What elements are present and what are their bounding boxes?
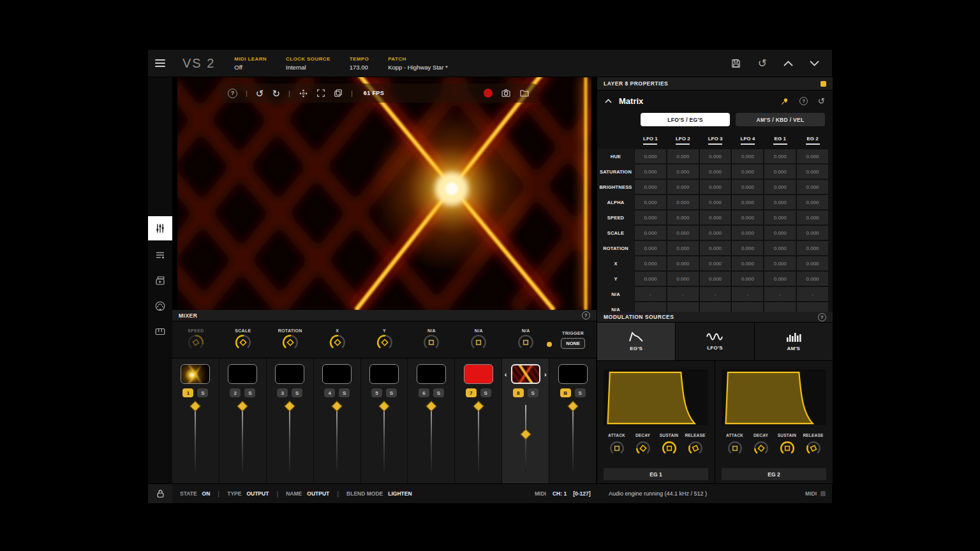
matrix-cell[interactable]: - (667, 287, 699, 301)
sidebar-item-midi[interactable] (148, 295, 172, 317)
fader-handle[interactable] (567, 401, 578, 412)
volume-fader-4[interactable] (314, 400, 360, 481)
mixer-knob-na-6[interactable]: N/A (455, 321, 502, 358)
matrix-cell[interactable]: 0.000 (635, 272, 666, 286)
mixer-knob-rotation-2[interactable]: ROTATION (267, 321, 314, 358)
fader-handle[interactable] (473, 401, 484, 412)
tab-ams-kbd-vel[interactable]: AM'S / KBD / VEL (736, 113, 825, 126)
eg-1-sustain-knob[interactable]: SUSTAIN (656, 433, 682, 457)
volume-fader-7[interactable] (455, 400, 501, 481)
matrix-cell[interactable]: 0.000 (700, 256, 731, 270)
volume-fader-5[interactable] (361, 400, 408, 481)
solo-button-6[interactable]: S (433, 388, 444, 397)
sidebar-item-mixer[interactable] (148, 216, 172, 240)
matrix-cell[interactable]: - (635, 287, 666, 301)
matrix-cell[interactable]: 0.000 (732, 210, 763, 224)
layer-thumbnail-4[interactable] (322, 364, 352, 384)
eg2-envelope-display[interactable] (722, 369, 826, 425)
matrix-cell[interactable]: 0.000 (797, 272, 828, 286)
layer-select-button-7[interactable]: 7 (466, 388, 477, 397)
matrix-cell[interactable]: 0.000 (732, 256, 763, 270)
patch-field[interactable]: PATCH Kopp - Highway Star * (388, 56, 447, 71)
mixer-knob-y-4[interactable]: Y (361, 321, 408, 358)
volume-fader-3[interactable] (267, 400, 313, 481)
matrix-cell[interactable]: 0.000 (732, 149, 763, 163)
matrix-cell[interactable]: 0.000 (700, 226, 731, 240)
layer-select-button-5[interactable]: 5 (371, 388, 382, 397)
fader-handle[interactable] (379, 401, 390, 412)
layer-select-button-6[interactable]: 6 (419, 388, 429, 397)
matrix-cell[interactable]: 0.000 (732, 165, 763, 179)
volume-fader-b[interactable] (549, 400, 596, 481)
matrix-cell[interactable] (700, 302, 731, 312)
matrix-cell[interactable]: 0.000 (732, 180, 763, 194)
tempo-field[interactable]: TEMPO 173.00 (350, 56, 369, 71)
matrix-cell[interactable]: 0.000 (797, 165, 828, 179)
matrix-column-lfo-3[interactable]: LFO 3 (700, 133, 731, 148)
revert-icon[interactable]: ↺ (758, 58, 767, 69)
collapse-down-icon[interactable] (810, 61, 819, 66)
matrix-cell[interactable]: 0.000 (732, 241, 763, 255)
matrix-reset-icon[interactable]: ↺ (818, 97, 825, 105)
tab-lfos[interactable]: LFO'S (676, 323, 754, 360)
layer-color-swatch[interactable] (820, 81, 826, 87)
eg1-envelope-display[interactable] (604, 369, 708, 425)
name-item[interactable]: NAMEOUTPUT (286, 490, 329, 497)
layer-select-button-b[interactable]: B (560, 388, 571, 397)
matrix-column-eg-1[interactable]: EG 1 (764, 133, 796, 148)
midi-learn-field[interactable]: MIDI LEARN Off (234, 56, 267, 71)
eg-2-sustain-knob[interactable]: SUSTAIN (774, 433, 800, 457)
solo-button-3[interactable]: S (292, 388, 302, 397)
next-layer-arrow[interactable]: › (544, 371, 547, 378)
matrix-cell[interactable]: 0.000 (797, 256, 828, 270)
solo-button-2[interactable]: S (244, 388, 255, 397)
tab-egs[interactable]: EG'S (597, 323, 676, 360)
volume-fader-2[interactable] (219, 400, 266, 481)
layer-select-button-1[interactable]: 1 (182, 388, 193, 397)
tab-lfos-egs[interactable]: LFO'S / EG'S (641, 113, 730, 126)
mixer-knob-scale-1[interactable]: SCALE (219, 321, 267, 358)
matrix-cell[interactable]: 0.000 (797, 149, 828, 163)
volume-fader-8[interactable] (502, 400, 549, 481)
fader-handle[interactable] (520, 429, 531, 440)
fader-handle[interactable] (332, 401, 343, 412)
record-button[interactable] (484, 89, 493, 98)
layer-thumbnail-b[interactable] (558, 364, 588, 384)
matrix-cell[interactable] (764, 302, 796, 312)
blend-mode-item[interactable]: BLEND MODELIGHTEN (346, 490, 412, 497)
tab-ams[interactable]: AM'S (755, 323, 833, 360)
matrix-cell[interactable]: 0.000 (764, 180, 796, 194)
matrix-help-icon[interactable]: ? (799, 97, 808, 105)
matrix-cell[interactable]: 0.000 (700, 149, 731, 163)
matrix-cell[interactable]: 0.000 (764, 256, 796, 270)
matrix-cell[interactable]: 0.000 (635, 165, 666, 179)
eg2-label[interactable]: EG 2 (722, 468, 826, 480)
prev-layer-arrow[interactable]: ‹ (505, 371, 507, 378)
eg-2-decay-knob[interactable]: DECAY (748, 433, 774, 457)
layer-select-button-2[interactable]: 2 (230, 388, 241, 397)
matrix-cell[interactable]: 0.000 (764, 226, 796, 240)
fader-handle[interactable] (237, 401, 248, 412)
pin-icon[interactable] (780, 97, 789, 106)
matrix-cell[interactable]: 0.000 (700, 195, 731, 209)
eg-2-attack-knob[interactable]: ATTACK (722, 433, 748, 457)
matrix-cell[interactable]: 0.000 (700, 241, 731, 255)
matrix-cell[interactable] (635, 302, 666, 312)
matrix-cell[interactable]: 0.000 (635, 226, 666, 240)
matrix-cell[interactable]: 0.000 (700, 210, 731, 224)
solo-button-b[interactable]: S (575, 388, 586, 397)
solo-button-1[interactable]: S (197, 388, 208, 397)
sidebar-item-keyboard[interactable] (148, 321, 172, 342)
layer-thumbnail-6[interactable] (417, 364, 446, 384)
windows-icon[interactable] (334, 89, 343, 98)
pan-icon[interactable] (299, 89, 308, 98)
clock-source-field[interactable]: CLOCK SOURCE Internal (286, 56, 330, 71)
solo-button-5[interactable]: S (386, 388, 397, 397)
matrix-cell[interactable]: 0.000 (700, 180, 731, 194)
volume-fader-6[interactable] (408, 400, 454, 481)
layer-thumbnail-7[interactable] (464, 364, 493, 384)
matrix-cell[interactable]: 0.000 (797, 241, 828, 255)
layer-thumbnail-5[interactable] (369, 364, 399, 384)
matrix-cell[interactable]: 0.000 (667, 226, 699, 240)
sidebar-item-playlist[interactable] (148, 244, 172, 266)
